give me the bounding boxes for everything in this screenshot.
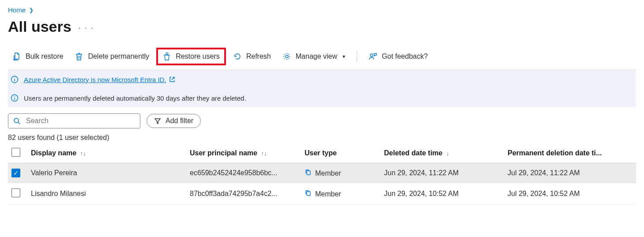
chevron-down-icon: ▾ <box>343 53 345 60</box>
bulk-restore-button[interactable]: Bulk restore <box>8 49 68 64</box>
bulk-restore-icon <box>12 52 21 61</box>
search-box[interactable] <box>8 113 140 128</box>
add-filter-label: Add filter <box>166 117 193 125</box>
rename-banner: Azure Active Directory is now Microsoft … <box>8 70 636 89</box>
feedback-icon <box>369 52 377 61</box>
feedback-label: Got feedback? <box>382 53 428 60</box>
cell-permanent-deletion-date: Jul 29, 2024, 10:52 AM <box>504 183 636 205</box>
cell-user-type: Member <box>301 163 380 183</box>
column-deleted-label: Deleted date time <box>384 149 442 157</box>
svg-point-3 <box>14 78 15 79</box>
copy-icon[interactable] <box>305 189 312 196</box>
svg-point-6 <box>14 118 19 123</box>
column-display-name-label: Display name <box>31 149 76 157</box>
table-row[interactable]: Lisandro Milanesi87bc0ff3ada74295b7a4c2.… <box>8 183 636 205</box>
column-deleted[interactable]: Deleted date time ↓ <box>380 143 504 163</box>
permanent-delete-banner: Users are permanently deleted automatica… <box>8 89 636 107</box>
column-user-type[interactable]: User type <box>301 143 380 163</box>
manage-view-label: Manage view <box>296 53 337 60</box>
info-icon <box>11 75 19 83</box>
copy-icon[interactable] <box>305 169 312 176</box>
gear-icon <box>282 52 291 61</box>
breadcrumb-home[interactable]: Home <box>8 6 26 14</box>
cell-display-name[interactable]: Valerio Pereira <box>27 163 186 183</box>
trash-icon <box>75 52 83 61</box>
restore-icon <box>162 52 171 61</box>
filter-icon <box>154 117 161 124</box>
toolbar-separator <box>357 51 357 62</box>
search-icon <box>13 117 21 125</box>
rename-announcement-text: Azure Active Directory is now Microsoft … <box>24 76 166 83</box>
restore-users-label: Restore users <box>176 53 220 60</box>
svg-point-5 <box>14 96 15 97</box>
breadcrumb: Home ❯ <box>8 6 636 14</box>
cell-deleted-date: Jun 29, 2024, 10:52 AM <box>380 183 504 205</box>
cell-permanent-deletion-date: Jul 29, 2024, 11:22 AM <box>504 163 636 183</box>
delete-permanently-label: Delete permanently <box>88 53 149 60</box>
permanent-delete-text: Users are permanently deleted automatica… <box>24 94 246 102</box>
row-checkbox[interactable] <box>11 188 20 197</box>
sort-both-icon: ↑↓ <box>261 150 267 157</box>
refresh-button[interactable]: Refresh <box>229 49 275 64</box>
search-input[interactable] <box>25 117 136 125</box>
info-icon <box>11 94 19 102</box>
rename-announcement-link[interactable]: Azure Active Directory is now Microsoft … <box>24 76 175 83</box>
chevron-right-icon: ❯ <box>29 7 34 13</box>
cell-upn: 87bc0ff3ada74295b7a4c2... <box>186 183 301 205</box>
feedback-button[interactable]: Got feedback? <box>364 49 432 64</box>
users-table: Display name ↑↓ User principal name ↑↓ U… <box>8 143 636 205</box>
manage-view-button[interactable]: Manage view ▾ <box>278 49 350 64</box>
svg-point-1 <box>370 54 373 56</box>
add-filter-button[interactable]: Add filter <box>147 114 201 128</box>
svg-rect-7 <box>307 171 310 175</box>
refresh-label: Refresh <box>246 53 271 60</box>
table-row[interactable]: Valerio Pereiraec659b2452424e958b6bc...M… <box>8 163 636 183</box>
row-checkbox[interactable] <box>11 169 20 177</box>
bulk-restore-label: Bulk restore <box>26 53 63 60</box>
select-all-checkbox[interactable] <box>11 148 20 157</box>
svg-point-0 <box>286 55 288 58</box>
cell-user-type: Member <box>301 183 380 205</box>
more-actions-icon[interactable]: · · · <box>79 21 94 33</box>
restore-users-highlight: Restore users <box>156 48 226 65</box>
column-upn[interactable]: User principal name ↑↓ <box>186 143 301 163</box>
user-type-value: Member <box>315 190 341 198</box>
page-title-row: All users · · · <box>8 18 636 35</box>
page-title: All users <box>8 18 72 35</box>
user-type-value: Member <box>315 169 341 177</box>
refresh-icon <box>233 52 242 61</box>
cell-upn: ec659b2452424e958b6bc... <box>186 163 301 183</box>
delete-permanently-button[interactable]: Delete permanently <box>70 49 154 64</box>
sort-desc-icon: ↓ <box>446 150 449 157</box>
external-link-icon <box>169 76 175 83</box>
column-user-type-label: User type <box>305 149 337 157</box>
sort-both-icon: ↑↓ <box>80 150 86 157</box>
command-toolbar: Bulk restore Delete permanently Restore … <box>8 48 636 70</box>
column-permanent-deletion-label: Permanent deletion date ti... <box>508 149 602 157</box>
filter-row: Add filter <box>8 113 636 128</box>
column-upn-label: User principal name <box>190 149 257 157</box>
cell-display-name[interactable]: Lisandro Milanesi <box>27 183 186 205</box>
cell-deleted-date: Jun 29, 2024, 11:22 AM <box>380 163 504 183</box>
results-summary: 82 users found (1 user selected) <box>8 134 636 142</box>
restore-users-button[interactable]: Restore users <box>158 49 224 64</box>
column-permanent-deletion[interactable]: Permanent deletion date ti... <box>504 143 636 163</box>
svg-rect-8 <box>307 192 310 196</box>
column-display-name[interactable]: Display name ↑↓ <box>27 143 186 163</box>
